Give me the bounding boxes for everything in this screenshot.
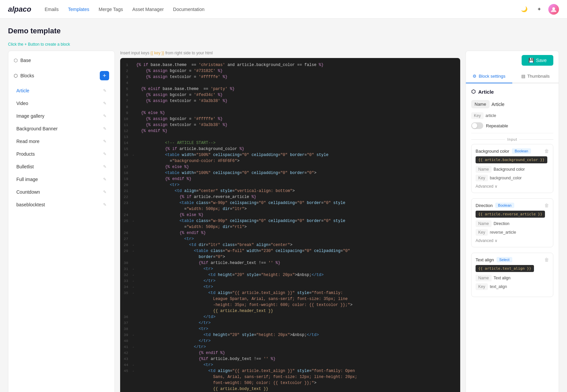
block-item-label: Read more: [16, 139, 39, 144]
repeatable-toggle[interactable]: [471, 122, 483, 129]
edit-icon[interactable]: ✎: [102, 112, 108, 120]
code-editor[interactable]: 1 {% if base.base.theme == 'christmas' a…: [120, 58, 460, 392]
code-line: 41 - </tr>: [120, 344, 460, 350]
code-line: 12 {% endif %}: [120, 128, 460, 134]
breadcrumb: Click the + Button to create a block: [8, 42, 559, 47]
edit-icon[interactable]: ✎: [102, 188, 108, 196]
avatar[interactable]: [548, 4, 559, 15]
code-line: font-weight: 500; color: {{ textcolor }}…: [120, 380, 460, 386]
text-align-key-value: text_align: [490, 284, 507, 289]
code-line: 21 <td align="center" style="vertical-al…: [120, 188, 460, 194]
direction-name-value: Direction: [494, 221, 509, 226]
panel-top: 💾 Save: [466, 51, 559, 70]
grid-icon[interactable]: ✦: [534, 4, 544, 15]
block-item-label: Background Banner: [16, 126, 58, 131]
delete-direction-icon[interactable]: 🗑: [544, 203, 549, 208]
main-layout: ⬡ Base ⬡ Blocks + Article ✎ Video ✎: [8, 51, 559, 392]
nav-emails[interactable]: Emails: [45, 5, 59, 13]
code-line: 38 <tr>: [120, 326, 460, 332]
logo[interactable]: alpaco: [8, 5, 31, 14]
block-item-label: Full image: [16, 177, 38, 182]
edit-icon[interactable]: ✎: [102, 125, 108, 132]
block-item-background-banner[interactable]: Background Banner ✎: [12, 122, 110, 135]
nav-templates[interactable]: Templates: [68, 5, 89, 13]
code-line: 10 {% assign bgcolor = '#fffffe' %}: [120, 116, 460, 122]
delete-text-align-icon[interactable]: 🗑: [544, 257, 549, 262]
edit-icon[interactable]: ✎: [102, 176, 108, 183]
code-line: 31 - <tr>: [120, 266, 460, 272]
key-label: Key: [476, 175, 488, 181]
edit-icon[interactable]: ✎: [102, 163, 108, 170]
code-line: ="background-color: #F6F6F6">: [120, 158, 460, 164]
block-item-products[interactable]: Products ✎: [12, 148, 110, 160]
article-name-value: Article: [492, 102, 505, 107]
block-item-image-gallery[interactable]: Image gallery ✎: [12, 110, 110, 122]
edit-icon[interactable]: ✎: [102, 100, 108, 107]
add-block-button[interactable]: +: [100, 71, 109, 80]
code-line: 28 - <td dir="ltr" class="break" align="…: [120, 242, 460, 248]
code-line: 15 {% if article.background_color %}: [120, 146, 460, 152]
code-line: 35 - <td align="{{ article.text_align }}…: [120, 290, 460, 296]
code-line: 24 {% else %}: [120, 212, 460, 218]
tab-thumbnails[interactable]: ▤ Thumbnails: [512, 70, 559, 83]
direction-tpl-tag: {{ article.reverse_article }}: [476, 211, 545, 218]
block-item-bulletlist[interactable]: Bulletlist ✎: [12, 160, 110, 173]
edit-icon[interactable]: ✎: [102, 138, 108, 145]
code-line: 11 {% assign textcolor = '#3a3b38' %}: [120, 122, 460, 128]
background-color-tpl-tag: {{ article.background_color }}: [476, 156, 547, 163]
background-color-type-badge: Boolean: [512, 148, 531, 154]
save-label: Save: [536, 58, 547, 63]
code-line: 5 {% elsif base.base.theme == 'party' %}: [120, 86, 460, 92]
code-line: 26 {% endif %}: [120, 230, 460, 236]
code-line: 29 - <table class="w-full" width="230" c…: [120, 248, 460, 254]
block-item-full-image[interactable]: Full image ✎: [12, 173, 110, 186]
moon-icon[interactable]: 🌙: [519, 4, 530, 15]
block-item-article[interactable]: Article ✎: [12, 84, 110, 97]
code-line: 43 {%if article.body_text !== '' %}: [120, 356, 460, 362]
code-line: 4: [120, 80, 460, 86]
code-line: 22 {% if article.reverse_article %}: [120, 194, 460, 200]
edit-icon[interactable]: ✎: [102, 201, 108, 208]
blocks-label: Blocks: [20, 73, 34, 78]
nav-documentation[interactable]: Documentation: [173, 5, 205, 13]
editor-area: Insert input keys {{ key }} from right s…: [120, 51, 460, 392]
svg-point-0: [552, 7, 555, 10]
tab-thumbnails-label: Thumbnails: [527, 74, 550, 79]
tab-block-settings-label: Block settings: [479, 74, 505, 79]
code-line: 7 {% assign textcolor = '#3a3b38' %}: [120, 98, 460, 104]
block-item-baseblocktest[interactable]: baseblocktest ✎: [12, 198, 110, 211]
nav: Emails Templates Merge Tags Asset Manage…: [45, 5, 519, 13]
text-align-tpl-tag: {{ article.text_align }}: [476, 265, 534, 272]
background-color-key-value: background_color: [490, 176, 522, 180]
block-item-countdown[interactable]: Countdown ✎: [12, 186, 110, 198]
nav-merge-tags[interactable]: Merge Tags: [99, 5, 123, 13]
block-item-label: Products: [16, 151, 35, 157]
code-line: 19 {% endif %}: [120, 176, 460, 182]
nav-asset-manager[interactable]: Asset Manager: [132, 5, 164, 13]
box-icon: ⬡: [14, 58, 18, 63]
header-actions: 🌙 ✦: [519, 4, 559, 15]
direction-key-value: reverse_article: [490, 230, 516, 235]
block-item-video[interactable]: Video ✎: [12, 97, 110, 110]
direction-type-badge: Boolean: [495, 203, 514, 208]
advanced-toggle-bg[interactable]: Advanced ∨: [476, 184, 549, 189]
code-line: 17 {% else %}: [120, 164, 460, 170]
code-line: 18 <table width="100%" cellspacing="0" c…: [120, 170, 460, 176]
text-align-name-value: Text align: [494, 276, 511, 280]
text-align-type-badge: Select: [497, 257, 512, 262]
code-line: 30 {%if article.header_text !== '' %}: [120, 260, 460, 266]
edit-icon[interactable]: ✎: [102, 150, 108, 158]
block-item-read-more[interactable]: Read more ✎: [12, 135, 110, 148]
name-badge: Name: [476, 275, 492, 281]
advanced-toggle-dir[interactable]: Advanced ∨: [476, 238, 549, 243]
code-line: 40 </tr>: [120, 338, 460, 344]
code-line: {{ article.body_text }}: [120, 386, 460, 392]
code-line: 42 {% endif %}: [120, 350, 460, 356]
delete-background-color-icon[interactable]: 🗑: [544, 148, 549, 154]
article-icon: ⬡: [471, 89, 476, 95]
edit-icon[interactable]: ✎: [102, 87, 108, 94]
hint-key: {{ key }}: [151, 51, 164, 55]
tab-block-settings[interactable]: ⚙ Block settings: [466, 70, 512, 83]
code-line: 6 {% assign bgcolor = '#fed34c' %}: [120, 92, 460, 98]
save-button[interactable]: 💾 Save: [522, 55, 553, 66]
